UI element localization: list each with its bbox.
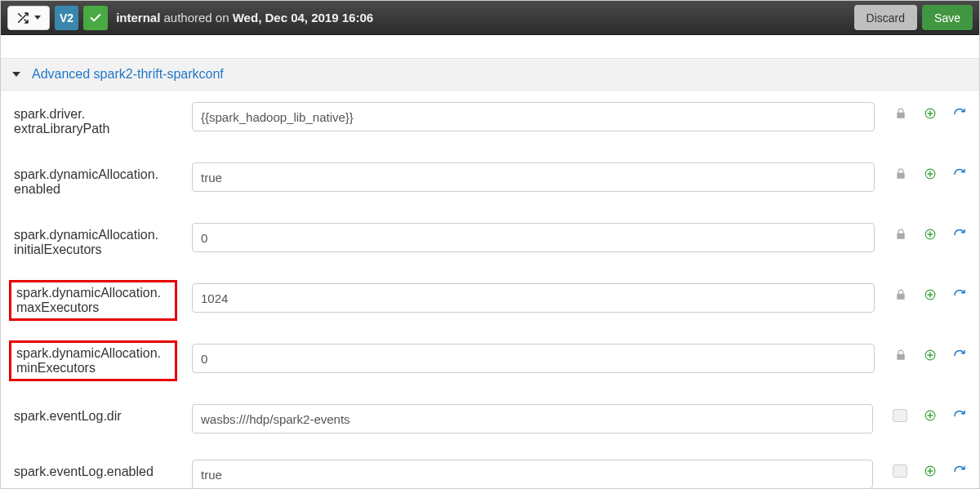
lock-icon[interactable] [894, 349, 907, 362]
save-button[interactable]: Save [922, 5, 973, 30]
author-name: internal [116, 11, 160, 24]
property-label: spark.eventLog.dir [14, 404, 177, 424]
refresh-icon[interactable] [953, 409, 966, 422]
lock-icon[interactable] [894, 167, 907, 180]
property-actions [889, 102, 966, 120]
property-row: spark.dynamicAllocation.enabled [14, 162, 966, 197]
refresh-icon[interactable] [953, 465, 966, 478]
check-icon [89, 11, 102, 24]
lock-icon[interactable] [893, 409, 907, 422]
property-input[interactable] [192, 162, 875, 192]
property-row: spark.dynamicAllocation.initialExecutors [14, 223, 966, 257]
lock-icon[interactable] [894, 228, 907, 241]
lock-icon[interactable] [894, 288, 907, 301]
compare-versions-button[interactable] [7, 6, 50, 30]
add-override-icon[interactable] [924, 167, 937, 180]
property-input[interactable] [192, 404, 873, 433]
property-input[interactable] [192, 283, 875, 313]
property-input[interactable] [192, 223, 875, 252]
lock-icon[interactable] [894, 107, 907, 120]
property-label: spark.dynamicAllocation.minExecutors [9, 340, 177, 381]
property-row: spark.dynamicAllocation.maxExecutors [14, 283, 966, 318]
property-input[interactable] [192, 102, 875, 131]
add-override-icon[interactable] [924, 228, 937, 241]
section-header[interactable]: Advanced spark2-thrift-sparkconf [1, 58, 979, 91]
authored-date: Wed, Dec 04, 2019 16:06 [233, 11, 373, 24]
property-label: spark.dynamicAllocation.enabled [14, 162, 177, 197]
content-area: Advanced spark2-thrift-sparkconf spark.d… [1, 35, 979, 489]
property-row: spark.eventLog.dir [14, 404, 966, 433]
refresh-icon[interactable] [953, 228, 966, 241]
property-input[interactable] [192, 460, 873, 489]
spacer-row [1, 35, 979, 58]
property-row: spark.eventLog.enabled [14, 460, 966, 489]
property-label: spark.eventLog.enabled [14, 460, 177, 479]
property-actions [889, 162, 966, 180]
add-override-icon[interactable] [924, 409, 937, 422]
add-override-icon[interactable] [924, 465, 937, 478]
property-actions [889, 344, 966, 362]
lock-icon[interactable] [893, 465, 907, 478]
property-actions [889, 283, 966, 301]
authored-on-text: authored on [163, 11, 229, 24]
refresh-icon[interactable] [953, 349, 966, 362]
property-actions [888, 404, 966, 422]
discard-button[interactable]: Discard [854, 5, 917, 30]
refresh-icon[interactable] [953, 107, 966, 120]
caret-down-icon[interactable] [12, 72, 20, 77]
add-override-icon[interactable] [924, 288, 937, 301]
property-row: spark.dynamicAllocation.minExecutors [14, 344, 966, 378]
version-description: internal authored on Wed, Dec 04, 2019 1… [116, 11, 373, 24]
property-label: spark.dynamicAllocation.initialExecutors [14, 223, 177, 257]
add-override-icon[interactable] [924, 107, 937, 120]
caret-down-icon [34, 16, 41, 20]
property-input[interactable] [192, 344, 875, 373]
property-label: spark.driver.extraLibraryPath [14, 102, 177, 136]
properties-list: spark.driver.extraLibraryPathspark.dynam… [1, 91, 979, 489]
property-actions [889, 223, 966, 241]
shuffle-icon [16, 11, 29, 24]
add-override-icon[interactable] [924, 349, 937, 362]
version-badge[interactable]: V2 [55, 6, 78, 30]
toolbar: V2 internal authored on Wed, Dec 04, 201… [1, 1, 979, 35]
property-label: spark.dynamicAllocation.maxExecutors [9, 280, 177, 321]
property-actions [888, 460, 966, 478]
current-version-check[interactable] [83, 6, 108, 30]
refresh-icon[interactable] [953, 288, 966, 301]
refresh-icon[interactable] [953, 167, 966, 180]
section-title[interactable]: Advanced spark2-thrift-sparkconf [32, 67, 224, 82]
property-row: spark.driver.extraLibraryPath [14, 102, 966, 136]
